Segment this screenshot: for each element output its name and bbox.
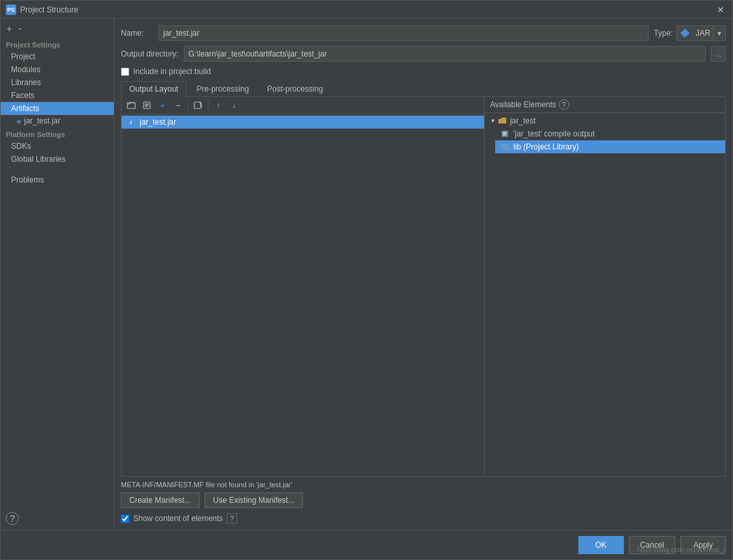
- svg-text:J: J: [129, 120, 132, 125]
- include-checkbox[interactable]: [121, 68, 129, 76]
- tree-add-button[interactable]: +: [155, 98, 170, 112]
- available-header: Available Elements ?: [485, 97, 725, 113]
- sidebar: + - Project Settings Project Modules Lib…: [1, 19, 114, 530]
- show-content-row: Show content of elements ?: [121, 513, 726, 524]
- sidebar-toolbar: + -: [1, 21, 114, 37]
- avail-item-compile-output[interactable]: 'jar_test' compile output: [495, 127, 725, 140]
- right-panel: Name: Type: JAR ▼ Output directory:: [114, 19, 732, 530]
- jar-type-icon: [680, 28, 690, 38]
- show-content-help-button[interactable]: ?: [227, 513, 237, 524]
- avail-item-jar-test[interactable]: ▼ jar_test: [485, 114, 725, 127]
- avail-item-label: lib (Project Library): [513, 142, 579, 151]
- jar-file-icon: J: [127, 117, 137, 127]
- svg-rect-5: [194, 102, 201, 108]
- sidebar-item-global-libraries[interactable]: Global Libraries: [1, 153, 114, 166]
- sidebar-item-label: Project: [11, 52, 35, 61]
- move-down-button[interactable]: ↓: [227, 98, 241, 112]
- sidebar-item-artifacts[interactable]: Artifacts: [1, 102, 114, 115]
- type-label: Type:: [654, 29, 673, 38]
- sidebar-item-project[interactable]: Project: [1, 50, 114, 63]
- sidebar-item-problems[interactable]: Problems: [1, 173, 114, 186]
- warning-text: META-INF/MANIFEST.MF file not found in '…: [121, 481, 726, 489]
- sidebar-item-sdks[interactable]: SDKs: [1, 140, 114, 153]
- svg-rect-15: [508, 144, 509, 150]
- content-area: + −: [121, 97, 726, 477]
- tree-content: J jar_test.jar: [122, 114, 484, 476]
- type-select[interactable]: JAR ▼: [676, 25, 726, 41]
- avail-item-label: 'jar_test' compile output: [513, 129, 595, 138]
- type-dropdown-button[interactable]: ▼: [713, 25, 725, 41]
- sidebar-item-label: SDKs: [11, 142, 31, 151]
- tree-separator-1: [188, 100, 188, 110]
- tabs-bar: Output Layout Pre-processing Post-proces…: [121, 81, 726, 97]
- available-help-button[interactable]: ?: [559, 99, 569, 110]
- sidebar-help-area: ?: [1, 507, 114, 530]
- jar-icon: ◈: [16, 118, 21, 125]
- show-content-label[interactable]: Show content of elements: [133, 514, 223, 523]
- sidebar-item-label: Modules: [11, 65, 40, 74]
- sidebar-item-facets[interactable]: Facets: [1, 89, 114, 102]
- sidebar-artifact-name: jar_test.jar: [24, 116, 60, 125]
- sidebar-artifact-entry[interactable]: ◈ jar_test.jar: [1, 115, 114, 127]
- avail-item-lib[interactable]: lib (Project Library): [495, 140, 725, 153]
- project-structure-window: PS Project Structure ✕ + - Project Setti…: [0, 0, 733, 560]
- window-title: Project Structure: [20, 5, 78, 14]
- sidebar-item-label: Libraries: [11, 78, 41, 87]
- tab-pre-processing[interactable]: Pre-processing: [188, 81, 257, 96]
- name-row: Name: Type: JAR ▼: [121, 25, 726, 41]
- type-row: Type: JAR ▼: [654, 25, 726, 41]
- folder-icon: [497, 116, 508, 126]
- tab-output-layout[interactable]: Output Layout: [121, 81, 186, 97]
- compile-output-icon: [500, 129, 511, 139]
- sidebar-item-label: Facets: [11, 91, 34, 100]
- sidebar-item-label: Artifacts: [11, 104, 39, 113]
- show-content-checkbox[interactable]: [121, 515, 129, 523]
- name-input[interactable]: [159, 25, 649, 41]
- available-tree: ▼ jar_test: [485, 113, 725, 476]
- avail-item-label: jar_test: [510, 116, 535, 125]
- tab-post-processing[interactable]: Post-processing: [259, 81, 331, 96]
- library-icon: [500, 142, 511, 152]
- footer: OK Cancel Apply: [1, 530, 732, 559]
- available-panel: Available Elements ? ▼ jar_te: [485, 97, 725, 476]
- project-settings-label: Project Settings: [1, 37, 114, 50]
- app-icon: PS: [6, 5, 16, 15]
- watermark: https://blog.csdn.net/dominic_z: [637, 546, 727, 554]
- svg-rect-0: [127, 103, 135, 108]
- sidebar-remove-button[interactable]: -: [16, 23, 23, 34]
- expand-arrow-icon: ▼: [490, 118, 496, 124]
- move-up-button[interactable]: ↑: [211, 98, 225, 112]
- bottom-area: META-INF/MANIFEST.MF file not found in '…: [121, 477, 726, 524]
- extract-button[interactable]: [191, 98, 205, 112]
- name-label: Name:: [121, 29, 153, 38]
- sidebar-item-modules[interactable]: Modules: [1, 63, 114, 76]
- close-button[interactable]: ✕: [714, 3, 727, 16]
- ok-button[interactable]: OK: [578, 536, 624, 554]
- title-bar-left: PS Project Structure: [6, 5, 78, 15]
- sidebar-item-label: Problems: [11, 175, 44, 185]
- tree-separator-2: [208, 100, 209, 110]
- svg-rect-13: [504, 144, 505, 150]
- sidebar-add-button[interactable]: +: [5, 23, 14, 34]
- svg-rect-14: [506, 144, 507, 150]
- sidebar-item-libraries[interactable]: Libraries: [1, 76, 114, 89]
- properties-button[interactable]: [140, 98, 154, 112]
- manifest-buttons: Create Manifest... Use Existing Manifest…: [121, 492, 726, 508]
- tree-toolbar: + −: [122, 97, 484, 114]
- create-manifest-button[interactable]: Create Manifest...: [121, 492, 199, 508]
- sidebar-item-label: Global Libraries: [11, 155, 66, 164]
- title-bar: PS Project Structure ✕: [1, 1, 732, 19]
- tree-item-jar[interactable]: J jar_test.jar: [122, 116, 484, 129]
- tree-remove-button[interactable]: −: [171, 98, 185, 112]
- output-dir-browse-button[interactable]: ...: [711, 46, 726, 62]
- output-dir-label: Output directory:: [121, 49, 179, 58]
- tree-item-label: jar_test.jar: [140, 118, 176, 127]
- output-dir-input[interactable]: [184, 46, 706, 62]
- include-checkbox-row: Include in project build: [121, 67, 726, 76]
- include-label[interactable]: Include in project build: [133, 67, 211, 76]
- create-dir-button[interactable]: [124, 98, 138, 112]
- type-value: JAR: [693, 29, 713, 38]
- main-content: + - Project Settings Project Modules Lib…: [1, 19, 732, 530]
- sidebar-help-button[interactable]: ?: [6, 512, 19, 525]
- use-existing-manifest-button[interactable]: Use Existing Manifest...: [205, 492, 303, 508]
